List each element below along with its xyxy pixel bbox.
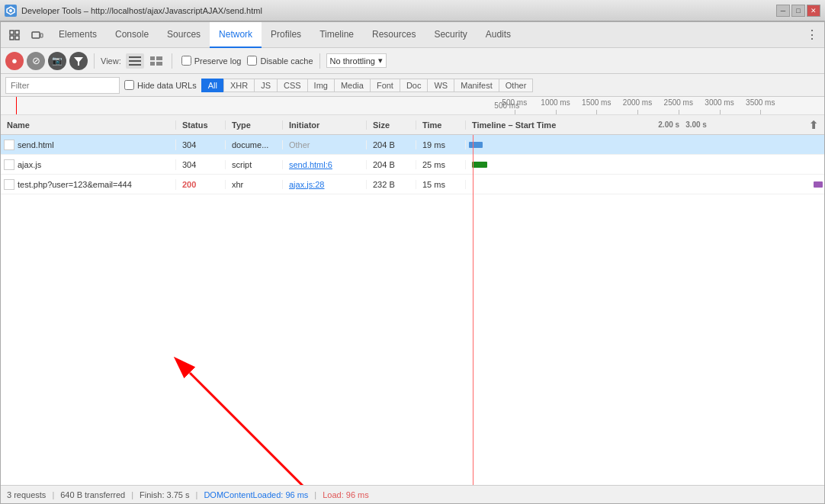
file-icon-3 bbox=[4, 179, 14, 190]
throttle-select[interactable]: No throttling ▾ bbox=[326, 53, 387, 68]
svg-rect-6 bbox=[32, 32, 40, 38]
app-icon bbox=[5, 5, 17, 17]
row-name-3: test.php?user=123&email=444 bbox=[1, 179, 176, 190]
tab-security[interactable]: Security bbox=[425, 22, 476, 48]
svg-rect-10 bbox=[129, 60, 141, 62]
row-status-3: 200 bbox=[176, 180, 226, 189]
network-rows: send.html 304 docume... Other 204 B 19 m… bbox=[1, 135, 824, 485]
hide-data-urls-checkbox[interactable] bbox=[124, 80, 134, 90]
filter-tab-xhr[interactable]: XHR bbox=[223, 79, 254, 92]
filter-tab-media[interactable]: Media bbox=[334, 79, 370, 92]
row-size-1: 204 B bbox=[367, 140, 416, 149]
row-status-2: 304 bbox=[176, 160, 226, 169]
disable-cache-checkbox[interactable] bbox=[247, 56, 257, 66]
minimize-button[interactable]: ─ bbox=[776, 5, 790, 17]
svg-point-1 bbox=[9, 9, 12, 12]
responsive-button[interactable] bbox=[27, 24, 48, 46]
file-icon-1 bbox=[4, 140, 14, 150]
filter-input[interactable] bbox=[5, 77, 120, 94]
row-name-1: send.html bbox=[1, 140, 176, 150]
status-domcontentloaded: DOMContentLoaded: 96 ms bbox=[204, 490, 308, 499]
tab-timeline[interactable]: Timeline bbox=[310, 22, 363, 48]
clear-button[interactable]: ⊘ bbox=[27, 52, 45, 70]
col-header-type[interactable]: Type bbox=[226, 120, 283, 130]
row-time-2: 25 ms bbox=[416, 160, 466, 169]
view-list-button[interactable] bbox=[126, 53, 144, 69]
row-name-2: ajax.js bbox=[1, 159, 176, 170]
tab-resources[interactable]: Resources bbox=[363, 22, 425, 48]
maximize-button[interactable]: □ bbox=[791, 5, 805, 17]
filter-tab-all[interactable]: All bbox=[201, 79, 223, 92]
row-type-1: docume... bbox=[226, 140, 283, 149]
timeline-bar-2 bbox=[472, 162, 487, 168]
filter-tab-img[interactable]: Img bbox=[307, 79, 334, 92]
filter-tab-js[interactable]: JS bbox=[254, 79, 277, 92]
more-options-button[interactable]: ⋮ bbox=[803, 26, 821, 44]
row-type-2: script bbox=[226, 160, 283, 169]
filter-button[interactable] bbox=[69, 52, 88, 70]
nav-tabs: Elements Console Sources Network Profile… bbox=[1, 22, 824, 48]
col-header-time[interactable]: Time bbox=[416, 120, 466, 130]
filter-tab-manifest[interactable]: Manifest bbox=[454, 79, 499, 92]
filter-bar: Hide data URLs All XHR JS CSS Img Media … bbox=[1, 74, 824, 97]
inspect-element-button[interactable] bbox=[4, 24, 25, 46]
row-timeline-1 bbox=[466, 135, 824, 155]
filter-tab-doc[interactable]: Doc bbox=[400, 79, 428, 92]
devtools-panel: Elements Console Sources Network Profile… bbox=[0, 21, 825, 504]
filename-3: test.php?user=123&email=444 bbox=[18, 180, 132, 189]
col-header-initiator[interactable]: Initiator bbox=[283, 120, 367, 130]
row-size-2: 204 B bbox=[367, 160, 416, 169]
tab-elements[interactable]: Elements bbox=[50, 22, 106, 48]
hide-data-urls-label: Hide data URLs bbox=[137, 81, 197, 90]
capture-screenshot-button[interactable]: 📷 bbox=[48, 52, 66, 70]
svg-rect-9 bbox=[129, 56, 141, 58]
statusbar: 3 requests | 640 B transferred | Finish:… bbox=[1, 485, 824, 503]
empty-space bbox=[1, 194, 824, 423]
network-panel-body: Name Status Type Initiator Size Time Tim… bbox=[1, 115, 824, 485]
tab-profiles[interactable]: Profiles bbox=[262, 22, 310, 48]
filter-tab-other[interactable]: Other bbox=[499, 79, 534, 92]
row-initiator-3[interactable]: ajax.js:28 bbox=[283, 180, 367, 189]
row-size-3: 232 B bbox=[367, 180, 416, 189]
filter-type-tabs: All XHR JS CSS Img Media Font Doc WS Man… bbox=[201, 79, 534, 92]
col-header-name[interactable]: Name bbox=[1, 120, 176, 130]
svg-rect-7 bbox=[40, 34, 43, 37]
timeline-ruler: 500 ms 500 ms1000 ms1500 ms2000 ms2500 m… bbox=[1, 97, 824, 115]
record-button[interactable]: ● bbox=[5, 52, 24, 70]
table-row[interactable]: ajax.js 304 script send.html:6 204 B 25 … bbox=[1, 155, 824, 175]
filter-tab-ws[interactable]: WS bbox=[427, 79, 454, 92]
svg-rect-3 bbox=[15, 30, 19, 34]
row-type-3: xhr bbox=[226, 180, 283, 189]
status-load: Load: 96 ms bbox=[323, 490, 369, 499]
table-row[interactable]: test.php?user=123&email=444 200 xhr ajax… bbox=[1, 175, 824, 194]
col-header-timeline[interactable]: Timeline – Start Time 2.00 s 3.00 s ⬆ bbox=[466, 119, 824, 131]
row-initiator-1: Other bbox=[283, 140, 367, 149]
tab-sources[interactable]: Sources bbox=[158, 22, 210, 48]
row-timeline-3 bbox=[466, 175, 824, 194]
status-requests: 3 requests bbox=[7, 490, 46, 499]
close-button[interactable]: ✕ bbox=[807, 5, 820, 17]
status-transferred: 640 B transferred bbox=[60, 490, 125, 499]
col-header-size[interactable]: Size bbox=[367, 120, 416, 130]
filter-tab-css[interactable]: CSS bbox=[277, 79, 307, 92]
filter-tab-font[interactable]: Font bbox=[370, 79, 400, 92]
file-icon-2 bbox=[4, 159, 14, 170]
row-time-1: 19 ms bbox=[416, 140, 466, 149]
timeline-mark-3s: 3.00 s bbox=[685, 120, 707, 129]
svg-rect-15 bbox=[156, 62, 162, 66]
tab-audits[interactable]: Audits bbox=[477, 22, 520, 48]
timeline-bar-1 bbox=[469, 142, 483, 148]
sort-icon[interactable]: ⬆ bbox=[809, 119, 818, 131]
preserve-log-checkbox[interactable] bbox=[181, 56, 191, 66]
tab-console[interactable]: Console bbox=[106, 22, 158, 48]
view-filmstrip-button[interactable] bbox=[147, 53, 165, 69]
title-text: Developer Tools – http://localhost/ajax/… bbox=[21, 6, 776, 15]
svg-rect-12 bbox=[150, 56, 155, 60]
svg-marker-8 bbox=[74, 57, 83, 66]
col-header-status[interactable]: Status bbox=[176, 120, 226, 130]
row-initiator-2[interactable]: send.html:6 bbox=[283, 160, 367, 169]
toolbar-sep-2 bbox=[172, 53, 172, 69]
table-row[interactable]: send.html 304 docume... Other 204 B 19 m… bbox=[1, 135, 824, 155]
tab-network[interactable]: Network bbox=[210, 22, 262, 48]
svg-rect-4 bbox=[10, 36, 14, 40]
